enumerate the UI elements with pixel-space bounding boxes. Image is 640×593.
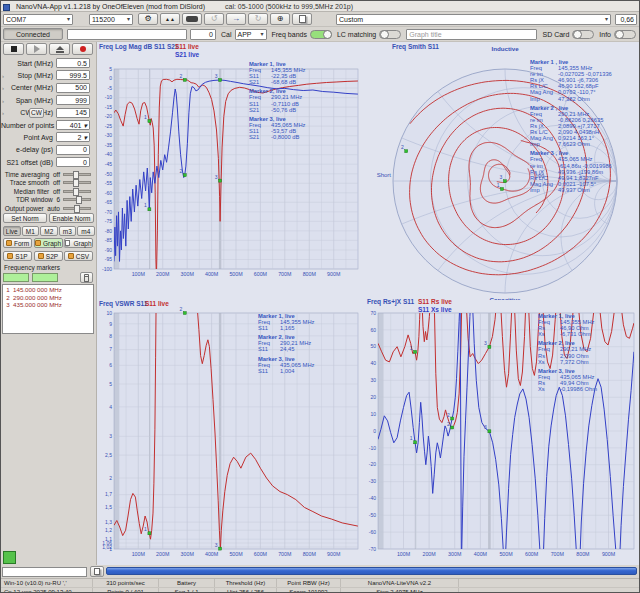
svg-text:700M: 700M: [278, 271, 291, 277]
pause-button[interactable]: [26, 43, 47, 55]
marker-color-swatch[interactable]: [32, 273, 58, 282]
chevron-down-icon: ▾: [127, 15, 130, 24]
title-bar[interactable]: NanoVNA-App v1.1.218 by OneOfEleven (mod…: [1, 1, 639, 12]
svg-text:-50: -50: [105, 171, 112, 177]
svg-text:400M: 400M: [474, 551, 487, 557]
undo-button[interactable]: ↺: [204, 13, 224, 25]
point-avg-input[interactable]: 2▾: [56, 132, 90, 142]
baud-rate-select[interactable]: 115200 ▾: [89, 14, 133, 25]
svg-text:-30: -30: [105, 132, 112, 138]
save-csv-button[interactable]: CSV: [64, 251, 93, 261]
bottom-text-field[interactable]: [2, 567, 87, 577]
svg-text:700M: 700M: [278, 551, 291, 557]
command-field[interactable]: [67, 29, 187, 40]
freq-bands-toggle[interactable]: [310, 30, 332, 39]
memory-tab-m4[interactable]: m4: [77, 226, 95, 236]
eject-icon: [56, 46, 64, 53]
enable-norm-button[interactable]: Enable Norm: [49, 213, 94, 223]
median-filter-slider[interactable]: [63, 190, 91, 193]
graph-title-input[interactable]: Graph title: [406, 29, 537, 40]
redo-button[interactable]: ↻: [248, 13, 268, 25]
marker-color-swatch[interactable]: [3, 273, 29, 282]
memory-tab-m2[interactable]: M2: [40, 226, 58, 236]
slider-row-median-filter: Median filter off: [1, 187, 96, 195]
cw-mhz-input[interactable]: 145: [56, 108, 90, 118]
target-button[interactable]: ⊕: [270, 13, 290, 25]
s21-offset-db-input[interactable]: 0: [56, 157, 90, 167]
logmag-plot[interactable]: 50-5-10-15-20-25-30-35-40-45-50-55-60-65…: [97, 42, 362, 297]
preset-select[interactable]: Custom ▾: [336, 14, 611, 25]
number-of-points-input[interactable]: 401▾: [56, 120, 90, 130]
cal-offset-field[interactable]: 0: [190, 29, 216, 40]
slider-knob[interactable]: [73, 171, 79, 179]
stop-mhz-input[interactable]: 999.5: [56, 70, 90, 80]
save-graph-button-1[interactable]: Graph: [34, 238, 63, 248]
marker-list-item[interactable]: 2290.000 000 MHz: [3, 294, 93, 302]
svg-text:500M: 500M: [499, 551, 512, 557]
status-cell: Points 0 / 401: [93, 588, 159, 593]
time-averaging-slider[interactable]: [63, 173, 91, 176]
svg-text:1: 1: [144, 114, 147, 120]
marker-info-block: Marker 3, liveFreq435,065 MHzRs49,94 Ohm…: [538, 368, 597, 392]
svg-text:3: 3: [484, 424, 487, 430]
tdr-window-slider[interactable]: [63, 198, 91, 201]
status-cell: Ср 12 ноя 2025 09:13:40: [1, 588, 93, 593]
screenshot-button[interactable]: [292, 13, 312, 25]
stop-button[interactable]: [3, 43, 24, 55]
slider-knob[interactable]: [76, 196, 82, 204]
scale-value-field[interactable]: 0,66: [615, 14, 637, 25]
svg-text:10: 10: [370, 411, 376, 417]
center-mhz-input[interactable]: 500: [56, 83, 90, 93]
frequency-marker-list[interactable]: 1145.000 000 MHz2290.000 000 MHz3435.000…: [2, 284, 94, 334]
settings-button[interactable]: ⚙: [138, 13, 158, 25]
svg-text:7: 7: [109, 346, 112, 352]
copy-progress-button[interactable]: [90, 566, 104, 577]
delete-markers-button[interactable]: [80, 272, 93, 283]
save-graph-button-2[interactable]: Graph: [64, 238, 93, 248]
vswr-plot[interactable]: 1098765432,521,71,51,31,21,11,061,021100…: [97, 297, 362, 565]
info-toggle[interactable]: [614, 30, 636, 39]
start-mhz-input[interactable]: 0.5: [56, 58, 90, 68]
field-row-span-mhz: Span (MHz)999: [1, 95, 96, 105]
vswr-marker-readout: Marker 1, liveFreq145,355 MHzS111,165Mar…: [258, 313, 314, 377]
cw-mode-button[interactable]: CW: [29, 108, 44, 118]
marker-list-item[interactable]: 3435.000 000 MHz: [3, 301, 93, 309]
rsjx-plot[interactable]: 706050403020100-10-20-30-40-50-60-70100M…: [362, 297, 640, 565]
span-mhz-input[interactable]: 999: [56, 95, 90, 105]
single-sweep-button[interactable]: [49, 43, 70, 55]
e-delay-ps-input[interactable]: 0: [56, 145, 90, 155]
record-button[interactable]: [72, 43, 93, 55]
run-sweep-button[interactable]: →: [226, 13, 246, 25]
memory-tab-m1[interactable]: M1: [22, 226, 40, 236]
svg-text:10: 10: [106, 310, 112, 316]
set-norm-button[interactable]: Set Norm: [3, 213, 47, 223]
display-button[interactable]: [182, 13, 202, 25]
svg-text:50: 50: [370, 343, 376, 349]
svg-text:300M: 300M: [448, 551, 461, 557]
save-s2p-button[interactable]: S2P: [34, 251, 63, 261]
com-port-select[interactable]: COM7 ▾: [3, 14, 73, 25]
connected-button[interactable]: Connected: [3, 28, 63, 40]
marker-list-item[interactable]: 1145.000 000 MHz: [3, 286, 93, 294]
page-icon: [299, 15, 306, 23]
memory-tab-live[interactable]: Live: [3, 226, 21, 236]
field-row-stop-mhz: Stop (MHz)999.5: [1, 70, 96, 80]
autoscale-button[interactable]: ▲▲: [160, 13, 180, 25]
cal-mode-select[interactable]: APP ▾: [235, 29, 267, 40]
save-form-button-0[interactable]: Form: [3, 238, 32, 248]
sd-card-toggle[interactable]: [572, 30, 594, 39]
preset-value: Custom: [339, 15, 363, 24]
marker-info-block: Marker 1 , liveFreq145,355 MHzre im-0,02…: [530, 59, 612, 102]
smith-chart: 123InductiveCapacitiveShort100Freq Smith…: [362, 42, 640, 300]
sd-card-label: SD Card: [542, 31, 569, 38]
slider-knob[interactable]: [73, 179, 79, 187]
slider-knob[interactable]: [73, 188, 79, 196]
status-cell: [459, 588, 639, 593]
trace-smooth-slider[interactable]: [63, 181, 91, 184]
memory-tab-m3[interactable]: m3: [59, 226, 77, 236]
record-icon: [80, 46, 86, 52]
lc-matching-toggle[interactable]: [379, 30, 401, 39]
output-power-slider[interactable]: [63, 207, 91, 210]
slider-knob[interactable]: [74, 205, 80, 213]
save-s1p-button[interactable]: S1P: [3, 251, 32, 261]
